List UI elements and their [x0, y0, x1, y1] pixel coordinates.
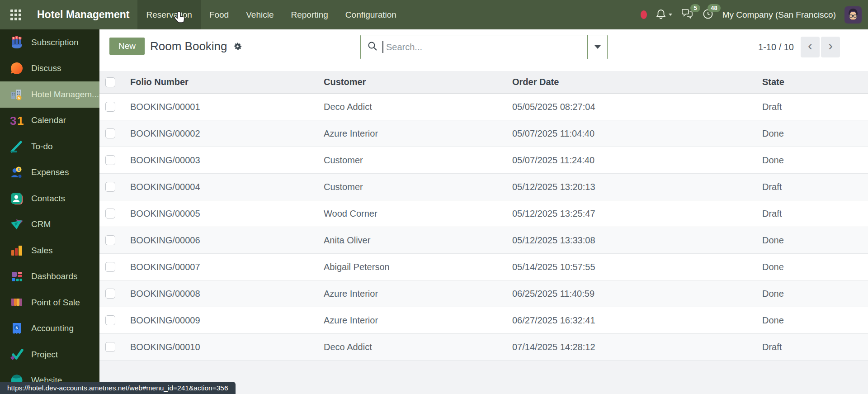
- cell-order-date: 06/25/2025 11:40:59: [503, 289, 753, 299]
- table-row[interactable]: BOOKING/00009 Azure Interior 06/27/2025 …: [99, 307, 868, 334]
- cell-folio-number: BOOKING/00010: [121, 342, 315, 352]
- sidebar-item-label: Hotel Managem...: [31, 90, 99, 100]
- cell-customer: Azure Interior: [315, 315, 503, 326]
- table-row[interactable]: BOOKING/00007 Abigail Peterson 05/14/202…: [99, 254, 868, 280]
- menu-item-food[interactable]: Food: [201, 0, 237, 29]
- table-row[interactable]: BOOKING/00002 Azure Interior 05/07/2025 …: [99, 120, 868, 147]
- top-menubar: Reservation Food Vehicle Reporting Confi…: [137, 0, 405, 29]
- systray: 5 48 My Company (San Francisco): [641, 6, 862, 24]
- column-header-customer[interactable]: Customer: [315, 77, 503, 87]
- row-checkbox[interactable]: [105, 235, 115, 245]
- menu-item-label: Configuration: [345, 10, 396, 20]
- sidebar-item-label: Contacts: [31, 194, 65, 204]
- column-header-state[interactable]: State: [753, 77, 868, 87]
- search-input[interactable]: [383, 42, 587, 52]
- sidebar-item-hotel-managem[interactable]: $ Hotel Managem...: [0, 81, 99, 108]
- bell-icon: [656, 9, 666, 21]
- sidebar-item-to-do[interactable]: To-do: [0, 133, 99, 160]
- sidebar-item-accounting[interactable]: $ Accounting: [0, 316, 99, 342]
- menu-item-label: Vehicle: [246, 10, 274, 20]
- row-checkbox[interactable]: [105, 209, 115, 218]
- sidebar-item-contacts[interactable]: Contacts: [0, 185, 99, 212]
- svg-text:$: $: [19, 37, 21, 39]
- sidebar-item-point-of-sale[interactable]: Point of Sale: [0, 290, 99, 316]
- company-switcher[interactable]: My Company (San Francisco): [722, 10, 836, 20]
- cell-order-date: 05/12/2025 13:33:08: [503, 235, 753, 246]
- table-body: BOOKING/00001 Deco Addict 05/05/2025 08:…: [99, 94, 868, 361]
- sales-icon: [9, 243, 24, 258]
- top-navbar: Hotel Management Reservation Food Vehicl…: [0, 0, 868, 29]
- sidebar-item-calendar[interactable]: 31 Calendar: [0, 108, 99, 134]
- sidebar-item-label: CRM: [31, 219, 51, 229]
- cell-order-date: 06/27/2025 16:32:41: [503, 315, 753, 326]
- table-row[interactable]: BOOKING/00005 Wood Corner 05/12/2025 13:…: [99, 200, 868, 227]
- sidebar-item-project[interactable]: Project: [0, 342, 99, 368]
- table-row[interactable]: BOOKING/00004 Customer 05/12/2025 13:20:…: [99, 174, 868, 200]
- row-checkbox[interactable]: [105, 182, 115, 192]
- row-checkbox[interactable]: [105, 289, 115, 299]
- sidebar-item-sales[interactable]: Sales: [0, 237, 99, 264]
- pager-next-button[interactable]: ›: [821, 37, 840, 57]
- cell-customer: Wood Corner: [315, 209, 503, 219]
- search-main: [361, 35, 587, 59]
- menu-item-configuration[interactable]: Configuration: [337, 0, 405, 29]
- apps-grid-icon[interactable]: [10, 9, 22, 21]
- menu-item-label: Food: [209, 10, 229, 20]
- search-dropdown-toggle[interactable]: [587, 35, 607, 59]
- main-content: New Room Booking 1-10 / 10 ‹ ›: [99, 29, 868, 394]
- activities-button[interactable]: 48: [702, 8, 714, 22]
- cell-state: Done: [753, 315, 868, 326]
- row-checkbox[interactable]: [105, 342, 115, 352]
- pager-range: 1-10 / 10: [758, 42, 794, 52]
- sidebar-item-discuss[interactable]: Discuss: [0, 56, 99, 82]
- todo-icon: [9, 139, 24, 154]
- messages-button[interactable]: 5: [681, 8, 693, 22]
- chevron-left-icon: ‹: [808, 39, 812, 52]
- pager-buttons: ‹ ›: [801, 37, 840, 57]
- row-checkbox[interactable]: [105, 102, 115, 112]
- cell-state: Done: [753, 128, 868, 139]
- row-checkbox[interactable]: [105, 262, 115, 272]
- cell-folio-number: BOOKING/00002: [121, 128, 315, 139]
- sidebar-item-expenses[interactable]: $ Expenses: [0, 160, 99, 186]
- column-header-order-date[interactable]: Order Date: [503, 77, 753, 87]
- table-row[interactable]: BOOKING/00001 Deco Addict 05/05/2025 08:…: [99, 94, 868, 120]
- cell-folio-number: BOOKING/00003: [121, 155, 315, 166]
- table-row[interactable]: BOOKING/00010 Deco Addict 07/14/2025 14:…: [99, 334, 868, 361]
- app-brand-title[interactable]: Hotel Management: [37, 9, 129, 21]
- pager-previous-button[interactable]: ‹: [801, 37, 820, 57]
- sidebar-item-label: Subscription: [31, 38, 79, 47]
- sidebar-item-crm[interactable]: CRM: [0, 212, 99, 238]
- cell-customer: Azure Interior: [315, 289, 503, 299]
- new-button[interactable]: New: [109, 38, 145, 55]
- row-checkbox[interactable]: [105, 315, 115, 325]
- cell-order-date: 07/14/2025 14:28:12: [503, 342, 753, 352]
- view-title-row: Room Booking: [150, 39, 243, 53]
- row-checkbox[interactable]: [105, 155, 115, 165]
- cell-state: Done: [753, 155, 868, 166]
- gear-icon[interactable]: [232, 41, 243, 52]
- sidebar-item-label: Dashboards: [31, 271, 77, 281]
- chevron-right-icon: ›: [828, 39, 833, 52]
- row-checkbox[interactable]: [105, 128, 115, 138]
- select-all-checkbox[interactable]: [105, 77, 115, 87]
- svg-text:$: $: [16, 36, 17, 39]
- user-avatar[interactable]: [844, 6, 862, 24]
- menu-item-reservation[interactable]: Reservation: [137, 0, 200, 29]
- apps-sidebar: $$$ Subscription Discuss $ Hotel Managem…: [0, 29, 99, 394]
- sidebar-item-label: Calendar: [31, 115, 66, 125]
- column-header-folio-number[interactable]: Folio Number: [121, 77, 315, 87]
- cell-folio-number: BOOKING/00006: [121, 235, 315, 246]
- sidebar-item-subscription[interactable]: $$$ Subscription: [0, 29, 99, 56]
- table-row[interactable]: BOOKING/00006 Anita Oliver 05/12/2025 13…: [99, 227, 868, 254]
- sidebar-item-dashboards[interactable]: Dashboards: [0, 264, 99, 290]
- sidebar-item-label: Point of Sale: [31, 298, 80, 308]
- menu-item-vehicle[interactable]: Vehicle: [237, 0, 282, 29]
- cell-order-date: 05/05/2025 08:27:04: [503, 102, 753, 112]
- cell-folio-number: BOOKING/00007: [121, 262, 315, 272]
- cell-order-date: 05/07/2025 11:24:40: [503, 155, 753, 166]
- table-row[interactable]: BOOKING/00008 Azure Interior 06/25/2025 …: [99, 280, 868, 307]
- table-row[interactable]: BOOKING/00003 Customer 05/07/2025 11:24:…: [99, 147, 868, 174]
- notifications-bell-button[interactable]: [656, 9, 672, 21]
- menu-item-reporting[interactable]: Reporting: [282, 0, 336, 29]
